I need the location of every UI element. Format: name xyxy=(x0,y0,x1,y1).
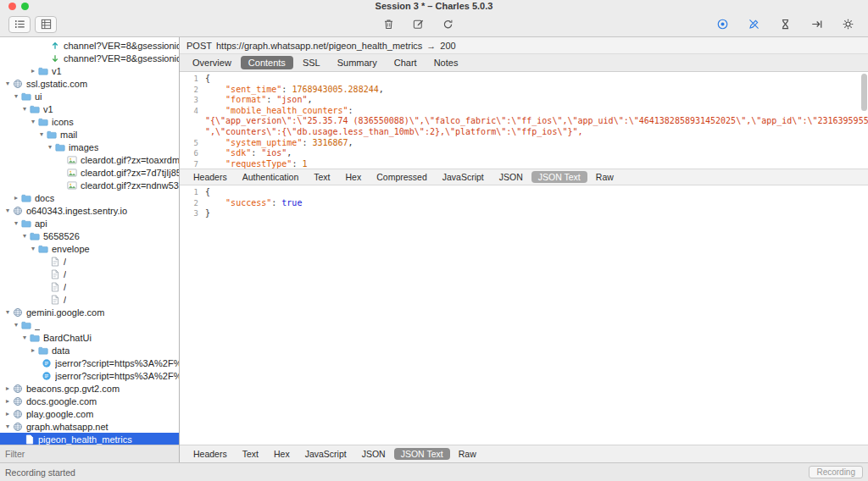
tree-item[interactable]: jserror?script=https%3A%2F%2Fge xyxy=(0,357,179,369)
tree-item[interactable]: ▾icons xyxy=(0,115,179,128)
chevron-right-icon[interactable]: ▸ xyxy=(3,384,12,393)
tab-notes[interactable]: Notes xyxy=(426,56,466,69)
view-toggle-group xyxy=(8,13,57,36)
tab-headers[interactable]: Headers xyxy=(186,171,234,183)
tab-hex[interactable]: Hex xyxy=(339,171,369,183)
chevron-down-icon[interactable]: ▾ xyxy=(29,118,37,126)
tab-compressed[interactable]: Compressed xyxy=(370,171,434,183)
trash-button[interactable] xyxy=(380,17,397,32)
compose-button[interactable] xyxy=(409,17,426,32)
tree-item[interactable]: ▾images xyxy=(0,141,179,153)
folder-icon xyxy=(54,142,66,152)
tab-headers[interactable]: Headers xyxy=(186,448,234,460)
step-button[interactable] xyxy=(808,17,825,32)
chevron-right-icon[interactable]: ▸ xyxy=(29,346,37,355)
tree-item[interactable]: ▾api xyxy=(0,217,179,229)
tab-hex[interactable]: Hex xyxy=(267,448,297,460)
tree-item[interactable]: / xyxy=(0,280,179,293)
chevron-down-icon[interactable]: ▾ xyxy=(12,92,20,101)
chevron-right-icon[interactable]: ▸ xyxy=(29,67,37,75)
tree-item[interactable]: ▾BardChatUi xyxy=(0,331,179,344)
filter-input[interactable] xyxy=(0,449,179,459)
tab-json[interactable]: JSON xyxy=(355,448,392,460)
tab-json[interactable]: JSON xyxy=(492,171,530,183)
tree-item-label: graph.whatsapp.net xyxy=(26,422,108,432)
chevron-right-icon[interactable]: ▸ xyxy=(3,410,12,418)
tree-item[interactable]: ▾mail xyxy=(0,128,179,141)
tree-item[interactable]: ▸v1 xyxy=(0,64,179,77)
chevron-down-icon[interactable]: ▾ xyxy=(29,245,37,253)
tree-item[interactable]: ▸data xyxy=(0,344,179,357)
line-number: 4 xyxy=(180,106,205,117)
record-button[interactable] xyxy=(714,17,731,32)
tree-item[interactable]: jserror?script=https%3A%2F%2Fge xyxy=(0,369,179,382)
tree-item[interactable]: ▸beacons.gcp.gvt2.com xyxy=(0,382,179,395)
tab-contents[interactable]: Contents xyxy=(241,56,293,69)
tree-item[interactable]: channel?VER=8&gsessionid=nh6xFV xyxy=(0,39,179,52)
sequence-view-button[interactable] xyxy=(8,16,31,33)
tab-raw[interactable]: Raw xyxy=(589,171,620,183)
toolbar xyxy=(0,13,868,37)
tree-item[interactable]: / xyxy=(0,268,179,280)
tree-item[interactable]: channel?VER=8&gsessionid=nh6xFV xyxy=(0,52,179,64)
tab-text[interactable]: Text xyxy=(236,448,265,460)
chevron-down-icon[interactable]: ▾ xyxy=(37,130,46,139)
zoom-window-button[interactable] xyxy=(21,3,29,10)
tree-item[interactable]: ▸docs.google.com xyxy=(0,395,179,407)
tree-item[interactable]: / xyxy=(0,293,179,306)
tree-item[interactable]: ▾gemini.google.com xyxy=(0,306,179,318)
tree-item[interactable]: pigeon_health_metrics xyxy=(0,433,179,445)
chevron-down-icon[interactable]: ▾ xyxy=(20,334,29,342)
chevron-down-icon[interactable]: ▾ xyxy=(46,143,54,152)
tab-summary[interactable]: Summary xyxy=(330,56,385,69)
tab-raw[interactable]: Raw xyxy=(452,448,483,460)
tree-item[interactable]: cleardot.gif?zx=toaxrdmm2p xyxy=(0,153,179,166)
tab-json-text[interactable]: JSON Text xyxy=(531,171,587,183)
tab-ssl[interactable]: SSL xyxy=(295,56,328,69)
tree-item[interactable]: cleardot.gif?zx=ndnw53a9g xyxy=(0,179,179,191)
settings-button[interactable] xyxy=(839,17,856,32)
tree-item[interactable]: cleardot.gif?zx=7d7tjIj85wi xyxy=(0,166,179,179)
tree-item-label: ssl.gstatic.com xyxy=(26,79,87,89)
chevron-down-icon[interactable]: ▾ xyxy=(20,105,29,113)
chevron-down-icon[interactable]: ▾ xyxy=(3,308,12,317)
tab-chart[interactable]: Chart xyxy=(387,56,425,69)
close-window-button[interactable] xyxy=(8,3,16,10)
tab-javascript[interactable]: JavaScript xyxy=(298,448,353,460)
chevron-down-icon[interactable]: ▾ xyxy=(20,232,29,240)
tree-item[interactable]: ▾5658526 xyxy=(0,229,179,242)
recording-badge[interactable]: Recording xyxy=(809,466,863,478)
request-scrollbar[interactable] xyxy=(861,74,867,111)
tab-javascript[interactable]: JavaScript xyxy=(436,171,491,183)
chevron-right-icon[interactable]: ▸ xyxy=(3,397,12,406)
settings-icon xyxy=(842,18,854,30)
no-edit-button[interactable] xyxy=(745,17,762,32)
code-text: { xyxy=(205,74,210,85)
structure-view-button[interactable] xyxy=(35,16,57,33)
tree-item[interactable]: ▾v1 xyxy=(0,102,179,115)
tree-item[interactable]: ▾ssl.gstatic.com xyxy=(0,77,179,90)
tree-item[interactable]: / xyxy=(0,255,179,268)
tab-authentication[interactable]: Authentication xyxy=(236,171,306,183)
throttle-button[interactable] xyxy=(776,17,793,32)
chevron-down-icon[interactable]: ▾ xyxy=(3,207,12,215)
doc-icon xyxy=(24,434,36,445)
tree-item[interactable]: ▾o640343.ingest.sentry.io xyxy=(0,204,179,217)
doc-icon xyxy=(49,269,61,279)
chevron-down-icon[interactable]: ▾ xyxy=(12,219,20,228)
chevron-down-icon[interactable]: ▾ xyxy=(3,80,12,88)
tab-text[interactable]: Text xyxy=(307,171,337,183)
chevron-down-icon[interactable]: ▾ xyxy=(12,321,20,329)
tree-item[interactable]: ▾graph.whatsapp.net xyxy=(0,420,179,433)
tree-item[interactable]: ▸docs xyxy=(0,191,179,204)
code-line: 7 "requestType": 1 xyxy=(180,159,868,169)
chevron-right-icon[interactable]: ▸ xyxy=(12,194,20,202)
tree-item[interactable]: ▾envelope xyxy=(0,242,179,255)
refresh-button[interactable] xyxy=(439,17,456,32)
tree-item[interactable]: ▾ui xyxy=(0,90,179,102)
chevron-down-icon[interactable]: ▾ xyxy=(3,423,12,431)
tab-json-text[interactable]: JSON Text xyxy=(394,448,450,460)
tab-overview[interactable]: Overview xyxy=(185,56,239,69)
tree-item[interactable]: ▾_ xyxy=(0,318,179,331)
tree-item[interactable]: ▸play.google.com xyxy=(0,407,179,420)
